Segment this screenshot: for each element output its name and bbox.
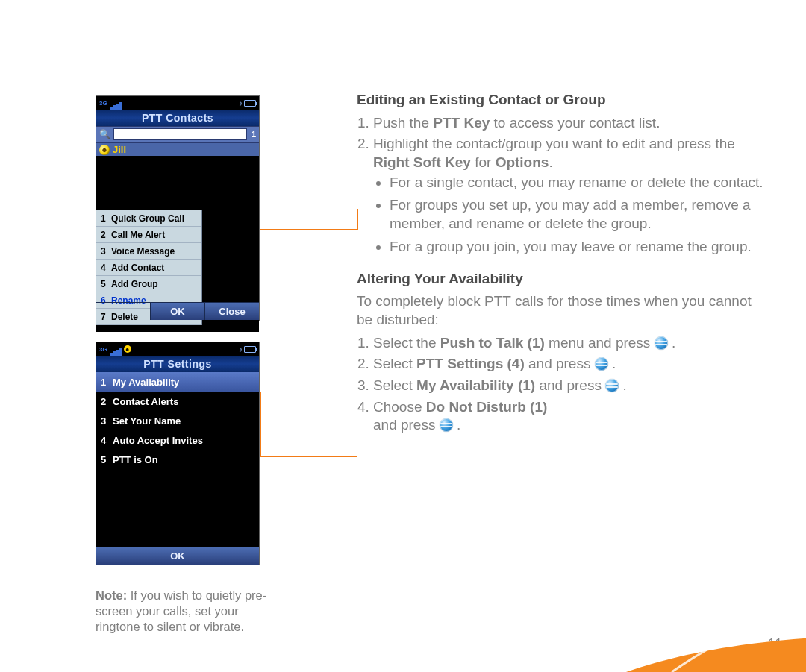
callout-line <box>260 392 261 456</box>
status-availability-icon: ☻ <box>124 345 131 353</box>
menu-item[interactable]: 3Voice Message <box>96 243 202 260</box>
availability-icon: ☻ <box>99 145 110 155</box>
status-bar: 3G ☻ ♪ <box>96 342 259 356</box>
softkey-left[interactable] <box>96 302 150 320</box>
menu-item[interactable]: 5Add Group <box>96 276 202 292</box>
step: Select the Push to Talk (1) menu and pre… <box>373 334 764 353</box>
screen-title: PTT Contacts <box>96 110 259 126</box>
step: Choose Do Not Disturb (1) and press . <box>373 398 764 435</box>
network-3g-icon: 3G <box>99 346 107 353</box>
softkey-ok[interactable]: OK <box>150 302 204 320</box>
step: Select PTT Settings (4) and press . <box>373 355 764 374</box>
att-globe-icon <box>605 379 619 392</box>
heading-editing: Editing an Existing Contact or Group <box>357 91 764 110</box>
instruction-text: Editing an Existing Contact or Group Pus… <box>357 91 764 438</box>
search-row: 🔍 1 <box>96 126 259 142</box>
result-count: 1 <box>252 130 256 139</box>
status-bar: 3G ♪ <box>96 96 259 110</box>
bullet: For groups you set up, you may add a mem… <box>390 196 764 233</box>
step: Push the PTT Key to access your contact … <box>373 114 764 133</box>
network-3g-icon: 3G <box>99 100 107 107</box>
music-icon: ♪ <box>239 99 243 107</box>
callout-line <box>260 456 357 457</box>
callout-line <box>260 229 358 230</box>
menu-item[interactable]: 4Add Contact <box>96 260 202 276</box>
note-text: Note: If you wish to quietly pre-screen … <box>96 588 273 635</box>
softkey-ok[interactable]: OK <box>96 547 259 565</box>
step: Select My Availability (1) and press . <box>373 377 764 395</box>
menu-item[interactable]: 2Call Me Alert <box>96 227 202 243</box>
search-input[interactable] <box>113 128 247 140</box>
manual-page: 3G ♪ PTT Contacts 🔍 1 ☻ Jill 1Quick Grou… <box>0 0 806 672</box>
signal-icon <box>110 342 122 356</box>
settings-list: 1My Availability 2Contact Alerts 3Set Yo… <box>96 372 259 547</box>
settings-row-my-availability[interactable]: 1My Availability <box>96 372 259 392</box>
battery-icon <box>244 100 256 107</box>
contact-row[interactable]: ☻ Jill <box>96 142 259 156</box>
decorative-swoosh <box>433 448 806 672</box>
screen-title: PTT Settings <box>96 356 259 372</box>
bullet: For a single contact, you may rename or … <box>390 174 764 192</box>
battery-icon <box>244 346 256 353</box>
intro-text: To completely block PTT calls for those … <box>357 292 764 329</box>
att-globe-icon <box>595 357 608 371</box>
screenshot-ptt-settings: 3G ☻ ♪ PTT Settings 1My Availability 2Co… <box>96 342 260 565</box>
att-globe-icon <box>655 336 668 350</box>
settings-row[interactable]: 3Set Your Name <box>96 411 259 430</box>
settings-row[interactable]: 5PTT is On <box>96 450 259 469</box>
softkey-close[interactable]: Close <box>204 302 259 320</box>
music-icon: ♪ <box>239 345 243 354</box>
softkey-bar: OK <box>96 547 259 565</box>
signal-icon <box>110 96 122 110</box>
contact-name: Jill <box>113 144 126 155</box>
settings-row[interactable]: 2Contact Alerts <box>96 392 259 411</box>
heading-availability: Altering Your Availability <box>357 270 764 289</box>
att-globe-icon <box>440 418 453 432</box>
search-icon: 🔍 <box>99 129 110 139</box>
screenshot-ptt-contacts: 3G ♪ PTT Contacts 🔍 1 ☻ Jill 1Quick Grou… <box>96 95 260 321</box>
settings-row[interactable]: 4Auto Accept Invites <box>96 430 259 450</box>
page-number: 11 <box>768 636 782 651</box>
menu-item[interactable]: 1Quick Group Call <box>96 210 202 227</box>
softkey-bar: OK Close <box>96 302 259 320</box>
step: Highlight the contact/group you want to … <box>373 135 764 256</box>
bullet: For a group you join, you may leave or r… <box>390 238 764 257</box>
